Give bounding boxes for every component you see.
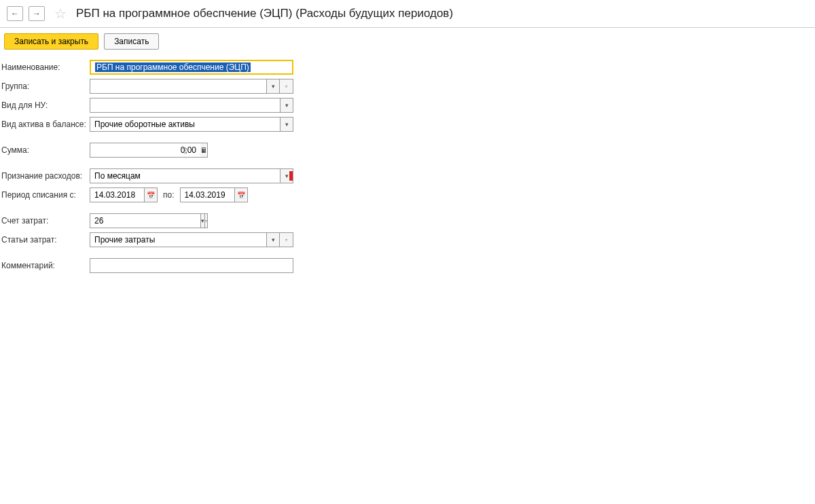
recognition-label: Признание расходов: — [0, 171, 90, 181]
save-and-close-button[interactable]: Записать и закрыть — [4, 33, 98, 50]
date-to-input[interactable] — [180, 187, 234, 202]
date-from-calendar-icon[interactable]: 📅 — [144, 187, 158, 202]
back-button[interactable]: ← — [7, 6, 23, 21]
kind-nu-label: Вид для НУ: — [0, 101, 90, 110]
account-input[interactable] — [90, 213, 200, 228]
calculator-icon[interactable]: 🖩 — [200, 143, 208, 158]
comment-label: Комментарий: — [0, 261, 90, 270]
cost-item-label: Статьи затрат: — [0, 235, 90, 245]
sum-help-icon[interactable]: ? — [182, 145, 187, 156]
account-label: Счет затрат: — [0, 216, 90, 226]
kind-nu-input[interactable] — [90, 98, 280, 113]
po-label: по: — [163, 190, 175, 200]
name-input[interactable]: РБП на программное обеспчение (ЭЦП) — [90, 60, 293, 75]
page-title: РБП на программное обеспчение (ЭЦП) (Рас… — [76, 7, 453, 20]
name-label: Наименование: — [0, 62, 90, 72]
name-value-selected: РБП на программное обеспчение (ЭЦП) — [95, 62, 251, 72]
asset-kind-input[interactable] — [90, 117, 280, 132]
group-dropdown-button[interactable]: ▾ — [266, 79, 280, 94]
group-label: Группа: — [0, 82, 90, 91]
sum-label: Сумма: — [0, 145, 90, 155]
period-label: Период списания с: — [0, 190, 90, 200]
star-icon[interactable]: ☆ — [54, 5, 67, 22]
comment-input[interactable] — [90, 258, 293, 273]
save-button[interactable]: Записать — [104, 33, 159, 50]
date-to-calendar-icon[interactable]: 📅 — [234, 187, 248, 202]
date-from-input[interactable] — [90, 187, 144, 202]
cost-item-input[interactable] — [90, 232, 266, 247]
asset-kind-label: Вид актива в балансе: — [0, 120, 90, 129]
account-dropdown-button[interactable]: ▾ — [200, 213, 205, 228]
forward-button[interactable]: → — [29, 6, 45, 21]
cost-item-open-button[interactable]: ▫ — [280, 232, 293, 247]
kind-nu-dropdown-button[interactable]: ▾ — [280, 98, 293, 113]
required-indicator — [289, 171, 293, 181]
account-open-button[interactable]: ▫ — [205, 213, 208, 228]
recognition-input[interactable] — [90, 168, 280, 183]
asset-kind-dropdown-button[interactable]: ▾ — [280, 117, 293, 132]
group-open-button[interactable]: ▫ — [280, 79, 293, 94]
cost-item-dropdown-button[interactable]: ▾ — [266, 232, 280, 247]
group-input[interactable] — [90, 79, 266, 94]
